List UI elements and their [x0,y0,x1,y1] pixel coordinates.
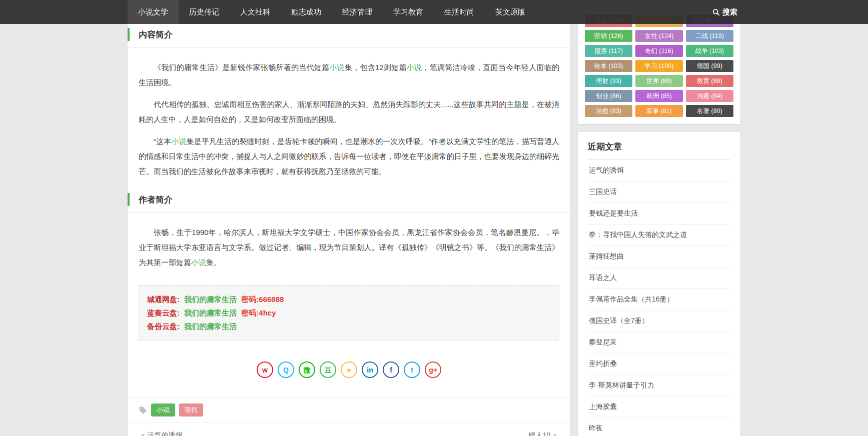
tag-cloud-item[interactable]: 名著 (80) [686,105,733,117]
text-segment: 集。 [206,258,221,266]
tag-cloud-item[interactable]: 学习 (100) [635,60,683,72]
nav-item-humanities[interactable]: 人文社科 [230,0,281,24]
recent-post-link[interactable]: 攀登尼采 [588,332,730,354]
nav-item-economics[interactable]: 经济管理 [332,0,383,24]
tag-cloud-item[interactable]: 世界 (89) [635,75,683,87]
qzone-icon[interactable]: ★ [341,362,357,378]
recent-post-link[interactable]: 要钱还是要生活 [588,203,730,224]
download-label: 备份云盘: [147,322,180,330]
prev-post-title: 运气的诱饵 [148,431,183,436]
next-post-title: 镖人10 [529,431,551,436]
novel-tag-link[interactable]: 小说 [407,63,422,72]
tag-cloud-item[interactable]: 奇幻 (116) [635,45,683,57]
top-navigation: 小说文学 历史传记 人文社科 励志成功 经济管理 学习教育 生活时尚 英文原版 … [0,0,868,24]
nav-menu: 小说文学 历史传记 人文社科 励志成功 经济管理 学习教育 生活时尚 英文原版 [128,0,536,24]
download-password: 密码:4hcy [241,308,276,317]
intro-title: 内容简介 [139,29,559,40]
text-segment: 集，包含12则短篇 [345,63,407,72]
tag-cloud-item[interactable]: 治愈 (83) [585,105,632,117]
tag-cloud-item[interactable]: 德国 (99) [686,60,733,72]
weibo-icon[interactable]: w [257,362,273,378]
nav-item-motivation[interactable]: 励志成功 [281,0,332,24]
recent-post-link[interactable]: 昨夜 [588,418,730,436]
author-section-heading: 作者简介 [128,193,570,213]
download-row-lanzou: 蓝奏云盘: 我们的庸常生活 密码:4hcy [147,306,551,320]
search-button[interactable]: 搜索 [709,0,740,24]
intro-paragraph-1: 《我们的庸常生活》是新锐作家张畅所著的当代短篇小说集，包含12则短篇小说，笔调简… [139,60,559,90]
linkedin-icon[interactable]: in [362,362,378,378]
tag-icon [139,406,147,414]
recent-post-link[interactable]: 李佩甫作品全集（共16册） [588,289,730,310]
prev-arrow-icon: « [141,431,145,436]
tag-cloud-item[interactable]: 军事 (81) [635,105,683,117]
tag-cloud-item[interactable]: 女性 (124) [635,30,683,42]
novel-tag-link[interactable]: 小说 [329,63,345,72]
main-column: 内容简介 《我们的庸常生活》是新锐作家张畅所著的当代短篇小说集，包含12则短篇小… [128,0,570,436]
qq-icon[interactable]: Q [278,362,294,378]
recent-post-link[interactable]: 俄国史译（全7册） [588,310,730,332]
nav-item-english-original[interactable]: 英文原版 [485,0,536,24]
recent-posts-title: 近期文章 [588,141,730,160]
googleplus-icon[interactable]: g+ [425,362,441,378]
search-icon [712,8,720,16]
douban-icon[interactable]: 豆 [320,362,336,378]
novel-tag-link[interactable]: 小说 [171,137,186,146]
recent-post-link[interactable]: 上海胶囊 [588,396,730,418]
recent-post-link[interactable]: 耳语之人 [588,268,730,289]
recent-posts-widget: 近期文章 运气的诱饵 三国史话 要钱还是要生活 拳：寻找中国人失落的文武之道 莱… [578,132,740,436]
intro-paragraph-2: 代代相传的孤独、忠诚而相互伤害的家人、渐渐形同陌路的夫妇、忽然消失踪影的丈夫..… [139,97,559,127]
page-container: 内容简介 《我们的庸常生活》是新锐作家张畅所著的当代短篇小说集，包含12则短篇小… [128,0,740,436]
nav-item-history[interactable]: 历史传记 [179,0,230,24]
recent-post-link[interactable]: 里约折叠 [588,354,730,375]
post-tag-modern[interactable]: 现代 [179,404,203,416]
tag-cloud-item[interactable]: 绘本 (103) [585,60,632,72]
tag-cloud-item[interactable]: 二战 (119) [686,30,733,42]
tag-cloud-item[interactable]: 创业 (86) [585,90,632,102]
recent-post-link[interactable]: 三国史话 [588,182,730,203]
tag-cloud-item[interactable]: 沟通 (84) [686,90,733,102]
recent-post-link[interactable]: 运气的诱饵 [588,160,730,182]
download-row-backup: 备份云盘: 我们的庸常生活 [147,320,551,333]
search-label: 搜索 [722,8,737,17]
download-link-backup[interactable]: 我们的庸常生活 [184,322,237,330]
text-segment: 集是平凡生活的裂缝时刻，是齿轮卡顿的瞬间，也是潮水的一次次呼吸。”作者以充满文学… [139,137,559,176]
post-navigation: «运气的诱饵 镖人10» [128,422,570,436]
intro-paragraph-3: “这本小说集是平凡生活的裂缝时刻，是齿轮卡顿的瞬间，也是潮水的一次次呼吸。”作者… [139,134,559,179]
recent-post-link[interactable]: 李·斯莫林讲量子引力 [588,375,730,396]
post-tag-novel[interactable]: 小说 [151,404,175,416]
tag-cloud-item[interactable]: 教育 (88) [686,75,733,87]
author-paragraph: 张畅，生于1990年，哈尔滨人，斯坦福大学文学硕士，中国作家协会会员，黑龙江省作… [139,225,559,270]
tag-cloud-item[interactable]: 股票 (117) [585,45,632,57]
text-segment: “这本 [154,137,171,146]
author-title: 作者简介 [139,194,559,206]
download-label: 蓝奏云盘: [147,308,180,317]
novel-tag-link[interactable]: 小说 [191,258,206,266]
prev-post-link[interactable]: «运气的诱饵 [139,431,183,436]
download-row-chengtong: 城通网盘: 我们的庸常生活 密码:666888 [147,292,551,306]
tag-cloud-item[interactable]: 欧洲 (85) [635,90,683,102]
download-label: 城通网盘: [147,295,180,304]
nav-item-lifestyle[interactable]: 生活时尚 [434,0,485,24]
text-segment: 《我们的庸常生活》是新锐作家张畅所著的当代短篇 [154,63,329,72]
download-link-chengtong[interactable]: 我们的庸常生活 [184,295,237,304]
tag-cloud-item[interactable]: 理财 (93) [585,75,632,87]
post-article: 内容简介 《我们的庸常生活》是新锐作家张畅所著的当代短篇小说集，包含12则短篇小… [128,0,570,436]
download-link-lanzou[interactable]: 我们的庸常生活 [184,308,237,317]
section-accent-bar [128,28,130,41]
download-password: 密码:666888 [241,295,284,304]
recent-post-link[interactable]: 莱姆狂想曲 [588,246,730,268]
nav-item-education[interactable]: 学习教育 [383,0,434,24]
next-post-link[interactable]: 镖人10» [529,431,559,436]
tag-cloud-item[interactable]: 战争 (103) [686,45,733,57]
section-accent-bar [128,193,130,206]
wechat-icon[interactable]: 微 [299,362,315,378]
intro-section-heading: 内容简介 [128,28,570,48]
tag-cloud-item[interactable]: 营销 (126) [585,30,632,42]
recent-post-link[interactable]: 拳：寻找中国人失落的文武之道 [588,224,730,246]
twitter-icon[interactable]: t [404,362,420,378]
nav-item-fiction[interactable]: 小说文学 [128,0,179,24]
post-tags-row: 小说 现代 [128,397,570,422]
sidebar: 悬疑 (146) 生活 (144) 互联网 (131) 营销 (126) 女性 … [578,0,740,436]
facebook-icon[interactable]: f [383,362,399,378]
share-row: w Q 微 豆 ★ in f t g+ [139,362,559,378]
